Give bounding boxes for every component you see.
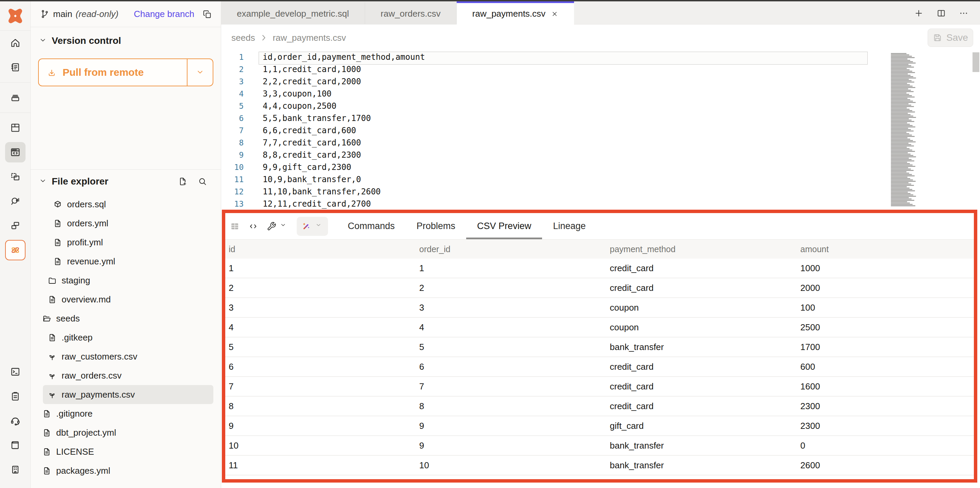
editor-tab[interactable]: raw_payments.csv — [457, 2, 574, 24]
line-number: 8 — [221, 138, 243, 147]
close-tab-icon[interactable] — [551, 10, 558, 17]
file-row[interactable]: orders.yml — [30, 214, 221, 233]
csv-cell: 2000 — [800, 283, 974, 293]
sidebar: main (read-only) Change branch Version c… — [30, 2, 221, 488]
search-files-icon[interactable] — [198, 177, 207, 186]
save-button[interactable]: Save — [928, 29, 973, 47]
file-row[interactable]: packages.yml — [30, 461, 221, 480]
file-row[interactable]: dbt_project.yml — [30, 423, 221, 442]
file-row[interactable]: LICENSE — [30, 442, 221, 461]
editor-tab[interactable]: example_develop_metric.sql — [221, 2, 365, 24]
code-line[interactable]: 43,3,coupon,100 — [221, 88, 980, 100]
new-tab-icon[interactable] — [914, 8, 924, 17]
dashboard-icon[interactable] — [5, 117, 25, 138]
editor-header: seeds raw_payments.csv Save — [221, 24, 980, 51]
terminal-icon[interactable] — [5, 361, 25, 382]
file-row[interactable]: profit.yml — [30, 233, 221, 252]
line-number: 1 — [221, 53, 243, 62]
code-line[interactable]: 1312,11,credit_card,2700 — [221, 198, 980, 210]
file-row[interactable]: seeds — [30, 309, 221, 328]
csv-cell: 2600 — [800, 460, 974, 471]
headset-icon[interactable] — [5, 410, 25, 431]
copy-branch-icon[interactable] — [202, 10, 212, 19]
file-explorer-toggle[interactable]: File explorer — [38, 176, 108, 187]
panel-tab-commands[interactable]: Commands — [337, 213, 406, 239]
file-icon — [53, 257, 62, 266]
build-menu[interactable] — [267, 222, 288, 231]
split-editor-icon[interactable] — [937, 8, 946, 17]
code-line[interactable]: 1110,9,bank_transfer,0 — [221, 173, 980, 185]
new-file-icon[interactable] — [178, 177, 188, 186]
csv-row: 55bank_transfer1700 — [225, 337, 974, 357]
query-explore-icon[interactable] — [5, 191, 25, 211]
file-row[interactable]: raw_orders.csv — [30, 366, 221, 385]
tab-overflow-menu-icon[interactable] — [959, 8, 969, 17]
file-name: orders.sql — [67, 199, 106, 210]
windows-icon[interactable] — [5, 215, 25, 236]
file-icon — [48, 333, 57, 342]
tab-label: example_develop_metric.sql — [237, 8, 349, 19]
code-line[interactable]: 54,4,coupon,2500 — [221, 100, 980, 112]
folder-icon — [48, 276, 57, 285]
panel-tab-lineage[interactable]: Lineage — [542, 213, 597, 239]
code-line[interactable]: 87,7,credit_card,1600 — [221, 136, 980, 149]
file-row[interactable]: revenue.yml — [30, 252, 221, 271]
pull-from-remote-main[interactable]: Pull from remote — [39, 59, 187, 86]
file-row[interactable]: orders.sql — [30, 195, 221, 214]
file-row[interactable]: .gitignore — [30, 404, 221, 423]
file-icon — [53, 219, 62, 228]
building-icon[interactable] — [5, 459, 25, 480]
code-line[interactable]: 65,5,bank_transfer,1700 — [221, 112, 980, 124]
clipboard-icon[interactable] — [5, 386, 25, 406]
branch-bar: main (read-only) Change branch — [30, 2, 221, 27]
home-icon[interactable] — [5, 33, 25, 53]
file-row[interactable]: raw_payments.csv — [43, 385, 213, 404]
file-row[interactable]: .gitkeep — [30, 328, 221, 347]
csv-column-header: amount — [800, 244, 974, 254]
dbt-logo-icon[interactable] — [0, 2, 30, 30]
copilot-icon[interactable] — [5, 240, 25, 260]
code-line[interactable]: 1id,order_id,payment_method,amount — [221, 51, 980, 63]
compiled-code-icon[interactable] — [248, 222, 258, 231]
code-text: 1,1,credit_card,1000 — [243, 65, 361, 74]
csv-cell: 7 — [419, 381, 610, 392]
editor-tab[interactable]: raw_orders.csv — [365, 2, 457, 24]
results-table-icon[interactable] — [230, 222, 240, 231]
panel-tab-csv-preview[interactable]: CSV Preview — [466, 213, 542, 239]
chevron-right-icon — [259, 33, 269, 43]
breadcrumb-folder[interactable]: seeds — [231, 33, 255, 43]
csv-header-row: idorder_idpayment_methodamount — [225, 239, 974, 258]
editor-minimap[interactable] — [891, 53, 917, 207]
csv-cell: 2 — [229, 283, 419, 293]
line-number: 4 — [221, 89, 243, 98]
copilot-actions-menu[interactable] — [297, 217, 328, 236]
branch-name: main — [53, 9, 72, 19]
rail-separator — [0, 112, 30, 113]
code-line[interactable]: 21,1,credit_card,1000 — [221, 63, 980, 76]
file-icon — [42, 409, 51, 418]
code-editor-icon[interactable] — [5, 142, 25, 162]
code-line[interactable]: 32,2,credit_card,2000 — [221, 76, 980, 88]
code-line[interactable]: 76,6,credit_card,600 — [221, 124, 980, 136]
code-line[interactable]: 1211,10,bank_transfer,2600 — [221, 185, 980, 198]
file-row[interactable]: staging — [30, 271, 221, 290]
canvas-icon[interactable] — [5, 166, 25, 187]
file-list: orders.sqlorders.ymlprofit.ymlrevenue.ym… — [30, 193, 221, 488]
change-branch-link[interactable]: Change branch — [134, 9, 194, 19]
file-name: .gitignore — [56, 409, 92, 419]
version-control-header[interactable]: Version control — [38, 35, 213, 46]
panel-tab-problems[interactable]: Problems — [406, 213, 466, 239]
code-line[interactable]: 109,9,gift_card,2300 — [221, 161, 980, 173]
drawer-icon[interactable] — [5, 87, 25, 108]
csv-cell: credit_card — [610, 283, 800, 293]
book-icon[interactable] — [5, 435, 25, 455]
code-line[interactable]: 98,8,credit_card,2300 — [221, 149, 980, 161]
line-number: 6 — [221, 114, 243, 123]
file-row[interactable]: overview.md — [30, 290, 221, 309]
file-row[interactable]: raw_customers.csv — [30, 347, 221, 366]
editor-scrollbar[interactable] — [972, 52, 979, 72]
notebook-icon[interactable] — [5, 57, 25, 78]
code-editor[interactable]: 1id,order_id,payment_method,amount21,1,c… — [221, 51, 980, 210]
csv-cell: 1 — [419, 263, 610, 274]
pull-options-dropdown[interactable] — [187, 59, 213, 86]
